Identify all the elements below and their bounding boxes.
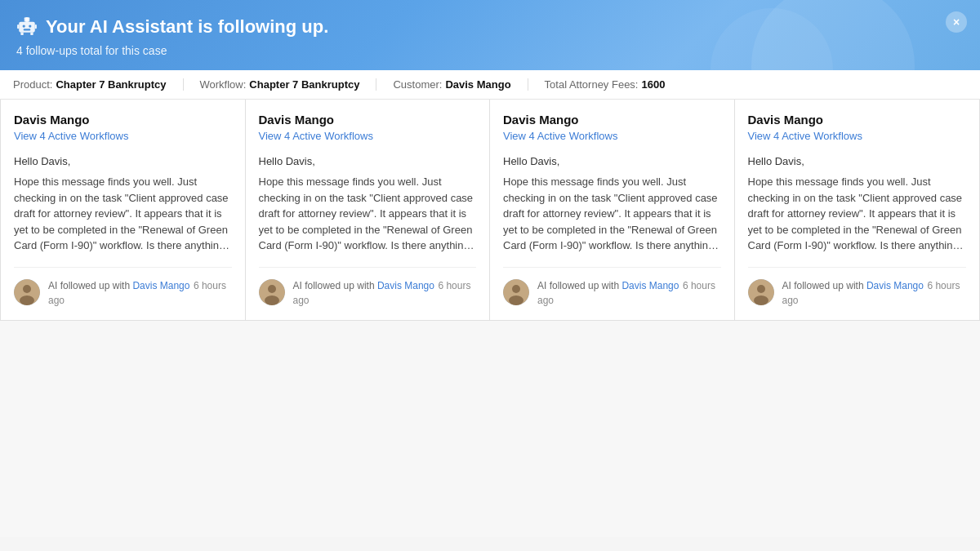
card-1: Davis Mango View 4 Active Workflows Hell… xyxy=(246,100,491,320)
card-name-1: Davis Mango xyxy=(259,113,477,127)
card-footer-1: AI followed up with Davis Mango 6 hours … xyxy=(259,267,477,308)
meta-customer: Customer: Davis Mango xyxy=(393,78,528,91)
header-subtitle: 4 follow-ups total for this case xyxy=(16,44,964,57)
footer-name-link-0[interactable]: Davis Mango xyxy=(132,280,189,291)
card-body-3: Hope this message finds you well. Just c… xyxy=(748,174,967,254)
product-value: Chapter 7 Bankruptcy xyxy=(56,78,166,91)
card-footer-0: AI followed up with Davis Mango 6 hours … xyxy=(14,267,232,308)
meta-product: Product: Chapter 7 Bankruptcy xyxy=(13,78,184,91)
workflow-value: Chapter 7 Bankruptcy xyxy=(249,78,359,91)
card-name-0: Davis Mango xyxy=(14,113,232,127)
card-3: Davis Mango View 4 Active Workflows Hell… xyxy=(735,100,980,320)
svg-point-17 xyxy=(512,285,520,293)
meta-fees: Total Attorney Fees: 1600 xyxy=(545,78,682,91)
cards-grid: Davis Mango View 4 Active Workflows Hell… xyxy=(0,100,980,321)
card-body-1: Hope this message finds you well. Just c… xyxy=(259,174,477,254)
footer-prefix-1: AI followed up with xyxy=(293,280,377,291)
svg-rect-9 xyxy=(30,33,33,35)
footer-name-link-1[interactable]: Davis Mango xyxy=(377,280,434,291)
card-greeting-1: Hello Davis, xyxy=(259,155,477,167)
svg-point-18 xyxy=(509,295,523,305)
page-rest xyxy=(0,321,980,537)
avatar-2 xyxy=(503,279,529,305)
svg-rect-8 xyxy=(20,33,23,35)
card-link-1[interactable]: View 4 Active Workflows xyxy=(259,130,477,142)
svg-rect-6 xyxy=(17,24,19,29)
card-link-2[interactable]: View 4 Active Workflows xyxy=(503,130,721,142)
customer-label: Customer: xyxy=(393,78,442,91)
svg-point-4 xyxy=(29,24,31,27)
fees-label: Total Attorney Fees: xyxy=(545,78,639,91)
svg-rect-7 xyxy=(35,24,37,29)
meta-bar: Product: Chapter 7 Bankruptcy Workflow: … xyxy=(0,70,980,100)
footer-prefix-3: AI followed up with xyxy=(782,280,866,291)
meta-workflow: Workflow: Chapter 7 Bankruptcy xyxy=(200,78,377,91)
svg-rect-5 xyxy=(24,29,31,30)
footer-name-link-3[interactable]: Davis Mango xyxy=(866,280,924,291)
svg-point-14 xyxy=(268,285,276,293)
svg-point-20 xyxy=(757,285,765,293)
card-greeting-0: Hello Davis, xyxy=(14,155,232,167)
card-name-2: Davis Mango xyxy=(503,113,721,127)
svg-point-11 xyxy=(23,285,31,293)
avatar-3 xyxy=(748,279,774,305)
card-body-2: Hope this message finds you well. Just c… xyxy=(503,174,721,254)
card-footer-2: AI followed up with Davis Mango 6 hours … xyxy=(503,267,721,308)
svg-point-3 xyxy=(23,24,25,27)
close-button[interactable]: × xyxy=(946,11,967,33)
svg-rect-0 xyxy=(19,22,35,33)
card-0: Davis Mango View 4 Active Workflows Hell… xyxy=(1,100,246,320)
footer-prefix-2: AI followed up with xyxy=(537,280,621,291)
header-title: Your AI Assistant is following up. xyxy=(46,16,328,38)
product-label: Product: xyxy=(13,78,52,91)
workflow-label: Workflow: xyxy=(200,78,247,91)
card-link-3[interactable]: View 4 Active Workflows xyxy=(748,130,967,142)
customer-value: Davis Mango xyxy=(445,78,510,91)
avatar-0 xyxy=(14,279,40,305)
card-body-0: Hope this message finds you well. Just c… xyxy=(14,174,232,254)
svg-point-21 xyxy=(754,295,768,305)
svg-point-12 xyxy=(20,295,34,305)
card-link-0[interactable]: View 4 Active Workflows xyxy=(14,130,232,142)
footer-name-link-2[interactable]: Davis Mango xyxy=(621,280,679,291)
card-2: Davis Mango View 4 Active Workflows Hell… xyxy=(490,100,735,320)
card-greeting-2: Hello Davis, xyxy=(503,155,721,167)
header-banner: Your AI Assistant is following up. 4 fol… xyxy=(0,0,980,70)
footer-prefix-0: AI followed up with xyxy=(48,280,132,291)
svg-point-15 xyxy=(265,295,279,305)
card-greeting-3: Hello Davis, xyxy=(748,155,967,167)
avatar-1 xyxy=(259,279,285,305)
card-name-3: Davis Mango xyxy=(748,113,967,127)
fees-value: 1600 xyxy=(642,78,666,91)
card-footer-3: AI followed up with Davis Mango 6 hours … xyxy=(748,267,967,308)
robot-icon xyxy=(16,15,38,39)
